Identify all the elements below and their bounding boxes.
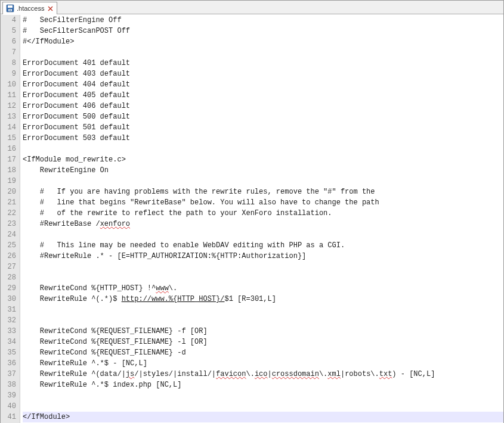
code-line[interactable] — [23, 401, 503, 412]
code-line[interactable] — [23, 390, 503, 401]
line-number: 6 — [3, 36, 16, 47]
code-editor[interactable]: 4567891011121314151617181920212223242526… — [1, 14, 503, 423]
code-line[interactable]: RewriteCond %{REQUEST_FILENAME} -l [OR] — [23, 337, 503, 347]
code-line[interactable]: ErrorDocument 403 default — [23, 69, 503, 79]
code-line[interactable]: RewriteRule ^(data/|js/|styles/|install/… — [23, 369, 503, 380]
code-segment: RewriteRule ^(.*)$ — [23, 295, 122, 303]
code-line[interactable]: ErrorDocument 501 default — [23, 122, 503, 133]
code-segment: RewriteCond %{REQUEST_FILENAME} -l [OR] — [23, 338, 208, 346]
line-number: 21 — [3, 197, 16, 208]
code-segment: $1 [R=301,L] — [224, 295, 276, 303]
code-area[interactable]: # SecFilterEngine Off# SecFilterScanPOST… — [20, 15, 503, 423]
line-number: 16 — [3, 144, 16, 154]
code-segment: ErrorDocument 401 default — [23, 59, 130, 67]
code-segment: ErrorDocument 403 default — [23, 70, 130, 78]
code-segment: # SecFilterScanPOST Off — [23, 27, 130, 35]
code-line[interactable]: # line that begins "RewriteBase" below. … — [23, 197, 503, 208]
code-segment: txt — [379, 370, 392, 378]
line-number: 41 — [3, 412, 16, 422]
code-segment: \. — [246, 370, 254, 378]
code-line[interactable]: #</IfModule> — [23, 36, 503, 47]
code-segment: ErrorDocument 404 default — [23, 80, 130, 89]
code-segment: http://www.%{HTTP_HOST}/ — [122, 295, 225, 303]
line-number-gutter: 4567891011121314151617181920212223242526… — [1, 15, 20, 423]
code-segment: ErrorDocument 503 default — [23, 134, 130, 142]
code-line[interactable]: # If you are having problems with the re… — [23, 186, 503, 197]
code-line[interactable]: RewriteRule ^.*$ - [NC,L] — [23, 358, 503, 369]
svg-rect-1 — [8, 5, 13, 8]
code-segment: #RewriteBase / — [23, 220, 100, 228]
line-number: 15 — [3, 133, 16, 144]
code-segment: #</IfModule> — [23, 38, 74, 46]
code-segment: ErrorDocument 500 default — [23, 113, 130, 121]
code-line[interactable]: ErrorDocument 405 default — [23, 90, 503, 101]
code-segment: # This line may be needed to enable WebD… — [23, 241, 345, 250]
line-number: 8 — [3, 58, 16, 69]
code-line[interactable]: RewriteCond %{REQUEST_FILENAME} -f [OR] — [23, 326, 503, 337]
code-line[interactable]: ErrorDocument 503 default — [23, 133, 503, 144]
editor-window: .htaccess 456789101112131415161718192021… — [0, 0, 504, 423]
code-segment: /|styles/|install/| — [134, 370, 216, 378]
line-number: 17 — [3, 154, 16, 165]
code-segment: # of the rewrite to reflect the path to … — [23, 209, 332, 217]
line-number: 32 — [3, 315, 16, 326]
code-segment: ErrorDocument 406 default — [23, 102, 130, 110]
code-line[interactable]: RewriteRule ^(.*)$ http://www.%{HTTP_HOS… — [23, 294, 503, 304]
code-segment: # If you are having problems with the re… — [23, 188, 375, 196]
code-line[interactable]: RewriteEngine On — [23, 165, 503, 176]
svg-point-3 — [10, 10, 11, 11]
line-number: 22 — [3, 208, 16, 219]
code-segment: ico — [255, 370, 268, 378]
code-line[interactable]: # This line may be needed to enable WebD… — [23, 240, 503, 251]
code-line[interactable]: <IfModule mod_rewrite.c> — [23, 154, 503, 165]
code-line[interactable]: ErrorDocument 406 default — [23, 101, 503, 111]
code-segment: </IfModule> — [23, 413, 70, 421]
line-number: 33 — [3, 326, 16, 337]
code-segment: RewriteEngine On — [23, 166, 109, 175]
line-number: 36 — [3, 358, 16, 369]
close-icon[interactable] — [47, 5, 54, 12]
code-line[interactable]: RewriteCond %{HTTP_HOST} !^www\. — [23, 283, 503, 294]
code-segment: # SecFilterEngine Off — [23, 16, 122, 24]
code-segment: favicon — [216, 370, 246, 378]
code-line[interactable] — [23, 315, 503, 326]
line-number: 7 — [3, 47, 16, 58]
code-line[interactable] — [23, 262, 503, 272]
code-line[interactable]: </IfModule> — [23, 412, 503, 422]
code-segment: RewriteRule ^.*$ - [NC,L] — [23, 359, 147, 368]
code-line[interactable]: # SecFilterEngine Off — [23, 15, 503, 26]
line-number: 31 — [3, 304, 16, 315]
code-segment: www — [156, 284, 169, 293]
code-line[interactable]: #RewriteRule .* - [E=HTTP_AUTHORIZATION:… — [23, 251, 503, 262]
code-line[interactable] — [23, 47, 503, 58]
line-number: 13 — [3, 111, 16, 122]
line-number: 39 — [3, 390, 16, 401]
code-line[interactable] — [23, 272, 503, 283]
code-line[interactable] — [23, 144, 503, 154]
code-line[interactable]: ErrorDocument 401 default — [23, 58, 503, 69]
line-number: 19 — [3, 176, 16, 186]
code-line[interactable] — [23, 229, 503, 240]
line-number: 14 — [3, 122, 16, 133]
line-number: 35 — [3, 347, 16, 358]
code-segment: RewriteCond %{HTTP_HOST} !^ — [23, 284, 156, 293]
line-number: 40 — [3, 401, 16, 412]
code-line[interactable]: # SecFilterScanPOST Off — [23, 26, 503, 36]
line-number: 11 — [3, 90, 16, 101]
code-line[interactable]: RewriteCond %{REQUEST_FILENAME} -d — [23, 347, 503, 358]
line-number: 25 — [3, 240, 16, 251]
code-line[interactable]: # of the rewrite to reflect the path to … — [23, 208, 503, 219]
code-segment: RewriteCond %{REQUEST_FILENAME} -f [OR] — [23, 327, 208, 335]
line-number: 37 — [3, 369, 16, 380]
code-line[interactable]: ErrorDocument 500 default — [23, 111, 503, 122]
file-tab-htaccess[interactable]: .htaccess — [2, 2, 57, 14]
code-line[interactable] — [23, 304, 503, 315]
tab-label: .htaccess — [17, 5, 44, 12]
code-line[interactable]: ErrorDocument 404 default — [23, 79, 503, 90]
code-line[interactable]: #RewriteBase /xenforo — [23, 219, 503, 229]
code-line[interactable]: RewriteRule ^.*$ index.php [NC,L] — [23, 380, 503, 390]
line-number: 18 — [3, 165, 16, 176]
code-segment: RewriteCond %{REQUEST_FILENAME} -d — [23, 349, 186, 357]
line-number: 24 — [3, 229, 16, 240]
code-line[interactable] — [23, 176, 503, 186]
